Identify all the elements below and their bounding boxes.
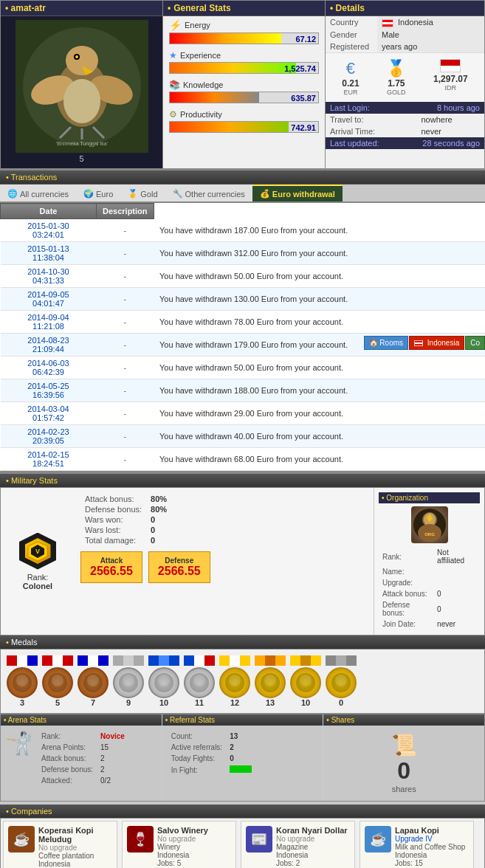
attack-label: Attack — [90, 557, 133, 565]
tab-euro[interactable]: 🌍 Euro — [76, 185, 120, 202]
indonesia-button[interactable]: Indonesia — [409, 336, 464, 350]
tab-gold[interactable]: 🥇 Gold — [120, 185, 165, 202]
shares-box: Shares 📜 0 shares — [323, 714, 484, 801]
productivity-fill — [170, 122, 289, 132]
org-header: Organization — [379, 492, 480, 503]
date-cell: 2015-01-3003:24:01 — [1, 219, 97, 242]
defense-bonus-value: 80% — [146, 504, 171, 514]
medal: 7 — [78, 655, 109, 707]
shares-count: 0 — [397, 757, 410, 785]
medal: 0 — [326, 655, 357, 707]
experience-value: 1,525.74 — [284, 63, 316, 75]
knowledge-label: 📚 Knowledge — [169, 80, 319, 90]
attack-box: Attack 2566.55 — [80, 551, 142, 583]
ref-count-value: 13 — [227, 731, 255, 741]
company-jobs: Jobs: 5 — [157, 859, 231, 867]
euro-tab-icon: 🌍 — [83, 189, 94, 199]
rooms-button[interactable]: 🏠 Rooms — [364, 336, 408, 350]
dash-cell: - — [97, 265, 154, 288]
tab-other-currencies[interactable]: 🔧 Other currencies — [165, 185, 252, 202]
company-upgrade: Upgrade IV — [395, 835, 469, 843]
arena-points-value: 15 — [97, 743, 128, 752]
wars-won-label: Wars won: — [80, 514, 146, 525]
ref-infight-label: In Fight: — [168, 765, 225, 775]
total-damage-value: 0 — [146, 535, 171, 545]
experience-label: ★ Experience — [169, 50, 319, 61]
profile-image: 'Bhinneka Tunggal Ika' — [16, 20, 148, 153]
eagle-image: 'Bhinneka Tunggal Ika' — [16, 20, 148, 153]
org-rank-label: Rank: — [380, 548, 433, 565]
date-cell: 2015-01-1311:38:04 — [1, 242, 97, 265]
tab-euro-withdrawal[interactable]: 💰 Euro withdrawal — [252, 185, 343, 202]
dash-cell: - — [97, 334, 154, 356]
eur-code: EUR — [342, 89, 359, 96]
last-login-value: 8 hours ago — [437, 103, 480, 112]
company-location: Indonesia — [157, 851, 231, 859]
details-table: Country Indonesia Gender Male Registered… — [326, 16, 484, 52]
indonesia-flag — [382, 19, 393, 27]
svg-text:'Bhinneka Tunggal Ika': 'Bhinneka Tunggal Ika' — [56, 141, 108, 147]
company-jobs: Jobs: 2 — [276, 859, 350, 867]
last-updated-value: 28 seconds ago — [422, 139, 480, 148]
rank-badge: V — [19, 533, 56, 570]
co-button[interactable]: Co — [465, 336, 485, 350]
last-updated-label: Last updated: — [330, 139, 379, 148]
org-rank-value: Not affiliated — [435, 548, 478, 565]
table-row: 2014-02-1518:24:51 - You have withdrawn … — [1, 448, 486, 471]
country-value: Indonesia — [377, 16, 484, 29]
date-cell: 2014-10-3004:31:33 — [1, 265, 97, 288]
travel-to-value: nowhere — [416, 114, 484, 125]
tab-all-currencies[interactable]: 🌐 All currencies — [0, 185, 76, 202]
general-stats-header: General Stats — [163, 1, 325, 16]
dash-cell: - — [97, 288, 154, 311]
company-type: Magazine — [276, 843, 350, 851]
gold-currency: 🥇 1.75 GOLD — [386, 59, 406, 96]
org-defense-label: Defense bonus: — [380, 600, 433, 618]
company-name: Lapau Kopi — [395, 826, 469, 835]
defense-box: Defense 2566.55 — [148, 551, 210, 583]
euro-icon: € — [342, 59, 359, 78]
company-upgrade: No upgrade — [276, 835, 350, 843]
svg-point-30 — [123, 675, 134, 686]
company-card[interactable]: ☕ Lapau Kopi Upgrade IV Milk and Coffee … — [360, 821, 474, 868]
idr-flag-icon — [440, 65, 461, 74]
last-updated-bar: Last updated: 28 seconds ago — [326, 137, 484, 149]
attack-bonus-label: Attack bonus: — [80, 494, 146, 504]
date-cell: 2014-05-2516:39:56 — [1, 379, 97, 402]
gender-label: Gender — [326, 29, 377, 41]
wars-won-value: 0 — [146, 514, 171, 525]
shares-icon: 📜 — [391, 733, 417, 757]
arena-rank-value: Novice — [97, 731, 128, 741]
gender-value: Male — [377, 29, 484, 41]
profile-box: amat-atr — [1, 1, 163, 168]
knowledge-bar: 635.87 — [169, 92, 319, 103]
referral-header: Referral Stats — [162, 714, 323, 726]
company-card[interactable]: 📰 Koran Nyari Dollar No upgrade Magazine… — [241, 821, 355, 868]
arena-defense-label: Defense bonus: — [38, 765, 96, 774]
medal: 12 — [219, 655, 250, 707]
svg-point-40 — [300, 675, 312, 686]
desc-cell: You have withdrawn 187.00 Euro from your… — [154, 219, 485, 242]
gold-icon: 🥇 — [386, 59, 406, 78]
table-row: 2014-05-2516:39:56 - You have withdrawn … — [1, 379, 486, 402]
desc-cell: You have withdrawn 188.00 Euro from your… — [154, 379, 485, 402]
company-card[interactable]: 🍷 Salvo Winery No upgrade Winery Indones… — [122, 821, 236, 868]
idr-amount: 1,297.07 — [433, 74, 468, 84]
other-currencies-icon: 🔧 — [173, 189, 183, 199]
username: amat-atr — [11, 3, 46, 13]
desc-cell: You have withdrawn 68.00 Euro from your … — [154, 448, 485, 471]
energy-label: ⚡ Energy — [169, 19, 319, 31]
experience-fill — [170, 63, 296, 73]
svg-point-34 — [193, 675, 205, 686]
idr-code: IDR — [433, 84, 468, 92]
experience-bar: 1,525.74 — [169, 62, 319, 74]
energy-stat: ⚡ Energy 67.12 — [163, 16, 325, 47]
medal: 9 — [113, 655, 144, 707]
gold-code: GOLD — [386, 89, 406, 96]
company-card[interactable]: ☕ Koperasi Kopi Meludug No upgrade Coffe… — [3, 821, 117, 868]
company-name: Koran Nyari Dollar — [276, 826, 350, 835]
svg-point-26 — [52, 675, 63, 686]
svg-point-28 — [87, 675, 99, 686]
table-row: 2014-02-2320:39:05 - You have withdrawn … — [1, 425, 486, 448]
infight-bar — [230, 765, 252, 773]
